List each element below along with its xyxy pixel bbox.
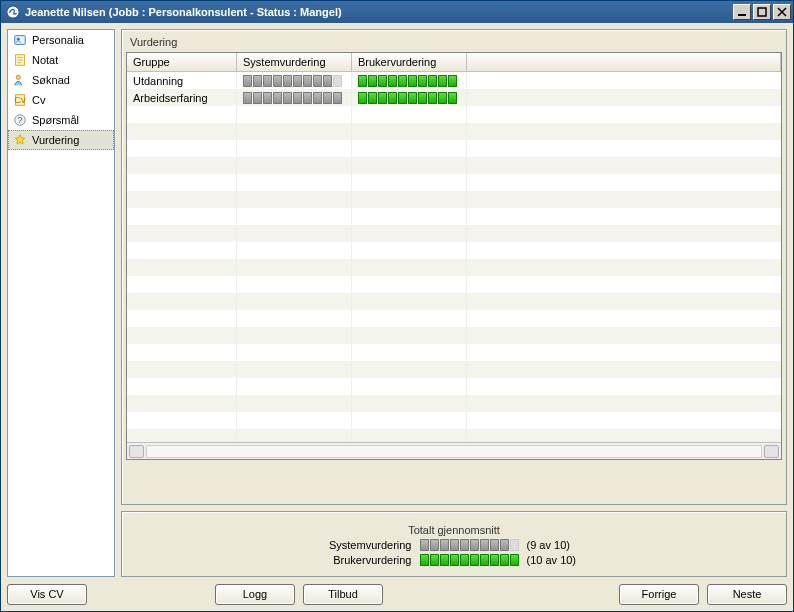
grid-body: UtdanningArbeidserfaring [127,72,781,442]
table-row [127,123,781,140]
svg-rect-2 [758,8,766,16]
sidebar-item-sporsmal[interactable]: ? Spørsmål [8,110,114,130]
svg-point-4 [17,38,20,41]
table-row [127,174,781,191]
person-icon [12,32,28,48]
sidebar: Personalia Notat Søknad Cv Cv ? Spørsmål… [7,29,115,577]
totals-label-bruker: Brukervurdering [307,554,412,566]
cell-system [237,89,352,106]
sidebar-item-label: Notat [32,54,58,66]
titlebar: Jeanette Nilsen (Jobb : Personalkonsulen… [1,1,793,23]
scroll-track[interactable] [146,445,762,458]
vurdering-panel: Vurdering Gruppe Systemvurdering Brukerv… [121,29,787,505]
totals-row-system: Systemvurdering (9 av 10) [307,539,602,551]
svg-rect-1 [738,14,746,16]
col-header-bruker[interactable]: Brukervurdering [352,53,467,71]
vis-cv-button[interactable]: Vis CV [7,584,87,605]
totals-label-system: Systemvurdering [307,539,412,551]
cell-gruppe: Arbeidserfaring [127,89,237,106]
col-header-rest [467,53,781,71]
table-row [127,395,781,412]
sidebar-item-cv[interactable]: Cv Cv [8,90,114,110]
sidebar-item-notat[interactable]: Notat [8,50,114,70]
col-header-system[interactable]: Systemvurdering [237,53,352,71]
table-row [127,242,781,259]
application-icon [12,72,28,88]
minimize-button[interactable] [733,4,751,20]
svg-point-0 [7,6,19,18]
table-row [127,412,781,429]
totals-panel: Totalt gjennomsnitt Systemvurdering (9 a… [121,511,787,577]
sidebar-item-label: Vurdering [32,134,79,146]
totals-row-bruker: Brukervurdering (10 av 10) [307,554,602,566]
sidebar-item-label: Søknad [32,74,70,86]
table-row [127,361,781,378]
table-row [127,344,781,361]
table-row [127,208,781,225]
cell-bruker [352,72,467,89]
table-row [127,378,781,395]
horizontal-scrollbar[interactable] [127,442,781,459]
panel-title: Vurdering [126,34,782,52]
main: Vurdering Gruppe Systemvurdering Brukerv… [121,29,787,577]
svg-text:?: ? [17,114,22,125]
svg-text:Cv: Cv [14,94,26,105]
logg-button[interactable]: Logg [215,584,295,605]
table-row[interactable]: Arbeidserfaring [127,89,781,106]
window-title: Jeanette Nilsen (Jobb : Personalkonsulen… [25,6,733,18]
table-row [127,225,781,242]
tilbud-button[interactable]: Tilbud [303,584,383,605]
sidebar-item-label: Spørsmål [32,114,79,126]
table-row [127,429,781,442]
table-row [127,259,781,276]
sidebar-item-label: Personalia [32,34,84,46]
svg-rect-3 [15,36,26,45]
client-area: Personalia Notat Søknad Cv Cv ? Spørsmål… [1,23,793,583]
note-icon [12,52,28,68]
table-row [127,327,781,344]
cell-bruker [352,89,467,106]
table-row [127,191,781,208]
sidebar-item-label: Cv [32,94,45,106]
totals-rating-system [420,539,519,551]
scroll-right-button[interactable] [764,445,779,458]
sidebar-item-personalia[interactable]: Personalia [8,30,114,50]
cell-gruppe: Utdanning [127,72,237,89]
table-row [127,276,781,293]
neste-button[interactable]: Neste [707,584,787,605]
forrige-button[interactable]: Forrige [619,584,699,605]
button-bar: Vis CV Logg Tilbud Forrige Neste [1,583,793,611]
svg-point-9 [16,75,20,79]
app-icon [5,4,21,20]
scroll-left-button[interactable] [129,445,144,458]
totals-rating-bruker [420,554,519,566]
close-button[interactable] [773,4,791,20]
table-row [127,157,781,174]
cv-icon: Cv [12,92,28,108]
sidebar-item-vurdering[interactable]: Vurdering [8,130,114,150]
table-row [127,106,781,123]
totals-title: Totalt gjennomsnitt [408,524,500,536]
totals-value-bruker: (10 av 10) [527,554,602,566]
sidebar-item-soknad[interactable]: Søknad [8,70,114,90]
grid-header: Gruppe Systemvurdering Brukervurdering [127,53,781,72]
table-row[interactable]: Utdanning [127,72,781,89]
table-row [127,293,781,310]
col-header-gruppe[interactable]: Gruppe [127,53,237,71]
question-icon: ? [12,112,28,128]
maximize-button[interactable] [753,4,771,20]
table-row [127,310,781,327]
table-row [127,140,781,157]
rating-icon [12,132,28,148]
window-controls [733,4,791,20]
grid: Gruppe Systemvurdering Brukervurdering U… [126,52,782,460]
totals-value-system: (9 av 10) [527,539,602,551]
app-window: Jeanette Nilsen (Jobb : Personalkonsulen… [0,0,794,612]
cell-system [237,72,352,89]
